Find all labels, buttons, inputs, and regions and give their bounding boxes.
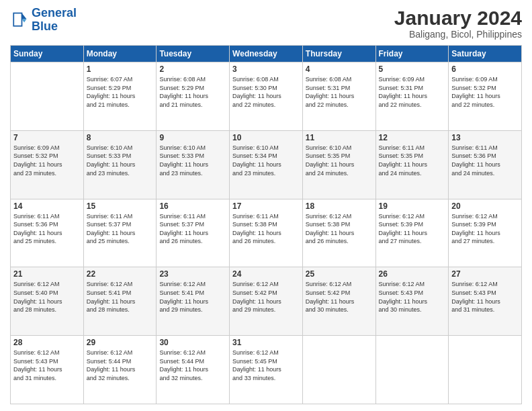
logo-line1: General	[32, 6, 77, 19]
month-year: January 2024	[394, 7, 522, 29]
week-row-0: 1Sunrise: 6:07 AMSunset: 5:29 PMDaylight…	[11, 62, 522, 131]
cell-content: Sunrise: 6:12 AMSunset: 5:43 PMDaylight:…	[451, 280, 519, 314]
logo-line2: Blue	[32, 19, 58, 33]
calendar-cell: 16Sunrise: 6:11 AMSunset: 5:37 PMDayligh…	[157, 199, 230, 267]
header-day-monday: Monday	[83, 46, 157, 62]
calendar-cell: 10Sunrise: 6:10 AMSunset: 5:34 PMDayligh…	[230, 130, 303, 199]
cell-content: Sunrise: 6:07 AMSunset: 5:29 PMDaylight:…	[87, 75, 154, 109]
calendar-cell: 6Sunrise: 6:09 AMSunset: 5:32 PMDaylight…	[449, 62, 522, 131]
week-row-4: 28Sunrise: 6:12 AMSunset: 5:43 PMDayligh…	[11, 336, 522, 404]
cell-content: Sunrise: 6:12 AMSunset: 5:43 PMDaylight:…	[13, 349, 81, 382]
calendar-cell: 11Sunrise: 6:10 AMSunset: 5:35 PMDayligh…	[302, 130, 375, 199]
day-number: 9	[159, 133, 226, 142]
day-number: 15	[87, 201, 154, 211]
calendar-cell: 29Sunrise: 6:12 AMSunset: 5:44 PMDayligh…	[83, 336, 157, 404]
header-row: SundayMondayTuesdayWednesdayThursdayFrid…	[11, 46, 522, 62]
page: General Blue January 2024 Baligang, Bico…	[0, 0, 532, 411]
location: Baligang, Bicol, Philippines	[394, 29, 522, 40]
calendar-cell	[375, 336, 449, 404]
day-number: 21	[13, 269, 81, 279]
calendar-cell: 23Sunrise: 6:12 AMSunset: 5:41 PMDayligh…	[157, 267, 230, 336]
cell-content: Sunrise: 6:08 AMSunset: 5:29 PMDaylight:…	[159, 75, 226, 109]
day-number: 5	[379, 64, 446, 74]
header-day-saturday: Saturday	[449, 46, 522, 62]
calendar-cell: 5Sunrise: 6:09 AMSunset: 5:31 PMDaylight…	[375, 62, 449, 131]
day-number: 19	[379, 201, 446, 211]
cell-content: Sunrise: 6:12 AMSunset: 5:44 PMDaylight:…	[87, 349, 154, 382]
cell-content: Sunrise: 6:12 AMSunset: 5:42 PMDaylight:…	[232, 280, 300, 314]
day-number: 23	[159, 269, 226, 279]
calendar-cell: 25Sunrise: 6:12 AMSunset: 5:42 PMDayligh…	[302, 267, 375, 336]
calendar-cell: 9Sunrise: 6:10 AMSunset: 5:33 PMDaylight…	[157, 130, 230, 199]
calendar-cell: 26Sunrise: 6:12 AMSunset: 5:43 PMDayligh…	[375, 267, 449, 336]
day-number: 18	[306, 201, 373, 211]
day-number: 25	[306, 269, 373, 279]
cell-content: Sunrise: 6:10 AMSunset: 5:35 PMDaylight:…	[306, 144, 373, 177]
day-number: 27	[451, 269, 519, 279]
calendar-cell: 21Sunrise: 6:12 AMSunset: 5:40 PMDayligh…	[11, 267, 84, 336]
logo: General Blue	[10, 7, 77, 34]
cell-content: Sunrise: 6:10 AMSunset: 5:34 PMDaylight:…	[232, 144, 300, 177]
cell-content: Sunrise: 6:11 AMSunset: 5:37 PMDaylight:…	[87, 212, 154, 246]
cell-content: Sunrise: 6:12 AMSunset: 5:41 PMDaylight:…	[159, 280, 226, 314]
svg-rect-2	[13, 13, 21, 26]
day-number: 4	[306, 64, 373, 74]
calendar-table: SundayMondayTuesdayWednesdayThursdayFrid…	[10, 45, 522, 404]
day-number: 8	[87, 133, 154, 142]
week-row-3: 21Sunrise: 6:12 AMSunset: 5:40 PMDayligh…	[11, 267, 522, 336]
day-number: 16	[159, 201, 226, 211]
calendar-cell: 2Sunrise: 6:08 AMSunset: 5:29 PMDaylight…	[157, 62, 230, 131]
day-number: 17	[232, 201, 300, 211]
calendar-cell: 31Sunrise: 6:12 AMSunset: 5:45 PMDayligh…	[230, 336, 303, 404]
cell-content: Sunrise: 6:12 AMSunset: 5:42 PMDaylight:…	[306, 280, 373, 314]
calendar-cell: 3Sunrise: 6:08 AMSunset: 5:30 PMDaylight…	[230, 62, 303, 131]
header-day-friday: Friday	[375, 46, 449, 62]
header: General Blue January 2024 Baligang, Bico…	[10, 7, 522, 40]
header-day-sunday: Sunday	[11, 46, 84, 62]
cell-content: Sunrise: 6:12 AMSunset: 5:39 PMDaylight:…	[451, 212, 519, 246]
calendar-body: 1Sunrise: 6:07 AMSunset: 5:29 PMDaylight…	[11, 62, 522, 404]
day-number: 31	[232, 338, 300, 347]
cell-content: Sunrise: 6:09 AMSunset: 5:31 PMDaylight:…	[379, 75, 446, 109]
day-number: 26	[379, 269, 446, 279]
calendar-cell: 13Sunrise: 6:11 AMSunset: 5:36 PMDayligh…	[449, 130, 522, 199]
day-number: 3	[232, 64, 300, 74]
calendar-cell: 19Sunrise: 6:12 AMSunset: 5:39 PMDayligh…	[375, 199, 449, 267]
calendar-cell: 18Sunrise: 6:12 AMSunset: 5:38 PMDayligh…	[302, 199, 375, 267]
calendar-header: SundayMondayTuesdayWednesdayThursdayFrid…	[11, 46, 522, 62]
day-number: 10	[232, 133, 300, 142]
cell-content: Sunrise: 6:09 AMSunset: 5:32 PMDaylight:…	[451, 75, 519, 109]
calendar-cell	[11, 62, 84, 131]
calendar-cell: 28Sunrise: 6:12 AMSunset: 5:43 PMDayligh…	[11, 336, 84, 404]
day-number: 28	[13, 338, 81, 347]
svg-marker-1	[22, 19, 27, 22]
cell-content: Sunrise: 6:12 AMSunset: 5:45 PMDaylight:…	[232, 349, 300, 382]
calendar-cell: 1Sunrise: 6:07 AMSunset: 5:29 PMDaylight…	[83, 62, 157, 131]
day-number: 1	[87, 64, 154, 74]
cell-content: Sunrise: 6:11 AMSunset: 5:36 PMDaylight:…	[13, 212, 81, 246]
cell-content: Sunrise: 6:12 AMSunset: 5:44 PMDaylight:…	[159, 349, 226, 382]
cell-content: Sunrise: 6:12 AMSunset: 5:43 PMDaylight:…	[379, 280, 446, 314]
calendar-cell: 20Sunrise: 6:12 AMSunset: 5:39 PMDayligh…	[449, 199, 522, 267]
calendar-cell: 15Sunrise: 6:11 AMSunset: 5:37 PMDayligh…	[83, 199, 157, 267]
cell-content: Sunrise: 6:10 AMSunset: 5:33 PMDaylight:…	[87, 144, 154, 177]
cell-content: Sunrise: 6:09 AMSunset: 5:32 PMDaylight:…	[13, 144, 81, 177]
logo-icon	[10, 11, 29, 30]
calendar-cell: 22Sunrise: 6:12 AMSunset: 5:41 PMDayligh…	[83, 267, 157, 336]
calendar-cell: 24Sunrise: 6:12 AMSunset: 5:42 PMDayligh…	[230, 267, 303, 336]
cell-content: Sunrise: 6:12 AMSunset: 5:39 PMDaylight:…	[379, 212, 446, 246]
calendar-cell: 14Sunrise: 6:11 AMSunset: 5:36 PMDayligh…	[11, 199, 84, 267]
day-number: 14	[13, 201, 81, 211]
day-number: 29	[87, 338, 154, 347]
cell-content: Sunrise: 6:12 AMSunset: 5:40 PMDaylight:…	[13, 280, 81, 314]
cell-content: Sunrise: 6:11 AMSunset: 5:38 PMDaylight:…	[232, 212, 300, 246]
day-number: 20	[451, 201, 519, 211]
cell-content: Sunrise: 6:12 AMSunset: 5:41 PMDaylight:…	[87, 280, 154, 314]
svg-marker-0	[22, 13, 27, 19]
day-number: 13	[451, 133, 519, 142]
day-number: 6	[451, 64, 519, 74]
day-number: 24	[232, 269, 300, 279]
calendar-cell: 17Sunrise: 6:11 AMSunset: 5:38 PMDayligh…	[230, 199, 303, 267]
cell-content: Sunrise: 6:08 AMSunset: 5:30 PMDaylight:…	[232, 75, 300, 109]
header-day-wednesday: Wednesday	[230, 46, 303, 62]
